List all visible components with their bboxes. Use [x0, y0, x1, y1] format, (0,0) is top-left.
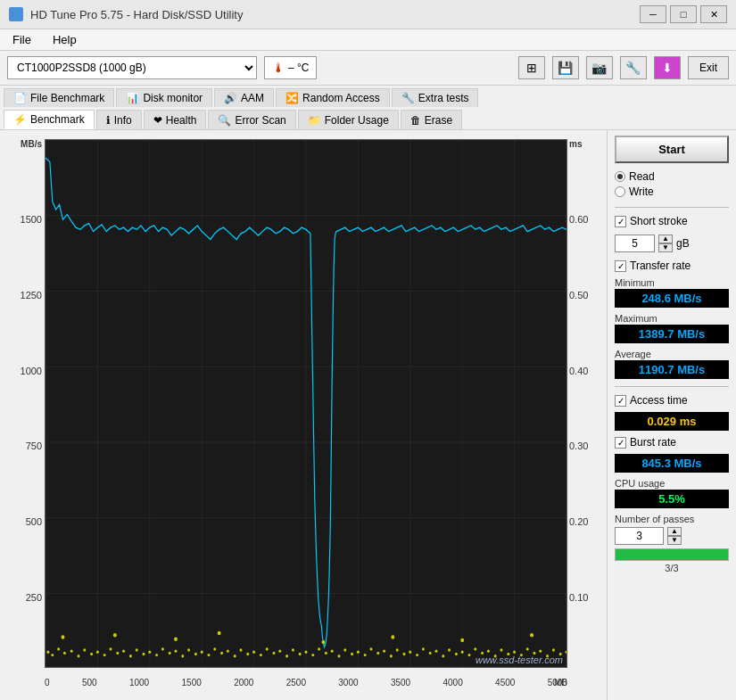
tab-file-benchmark[interactable]: 📄 File Benchmark	[4, 88, 114, 107]
svg-point-58	[299, 653, 302, 655]
read-radio[interactable]: Read	[615, 170, 729, 183]
minimize-button[interactable]: ─	[640, 5, 666, 23]
svg-point-51	[252, 651, 255, 654]
tab-info-label: Info	[114, 114, 132, 127]
svg-point-55	[278, 649, 281, 652]
svg-point-85	[474, 647, 476, 650]
average-section: Average 1190.7 MB/s	[615, 349, 729, 379]
tab-aam[interactable]: 🔊 AAM	[214, 88, 274, 107]
passes-input[interactable]: 3	[615, 527, 664, 545]
svg-point-39	[175, 649, 178, 652]
device-select[interactable]: CT1000P2SSD8 (1000 gB)	[7, 56, 257, 79]
svg-point-42	[194, 653, 197, 655]
short-stroke-up[interactable]: ▲	[658, 235, 673, 243]
svg-point-91	[513, 651, 516, 654]
tab-erase[interactable]: 🗑 Erase	[401, 110, 462, 129]
tab-random-access[interactable]: 🔀 Random Access	[276, 88, 390, 107]
tab-health[interactable]: ❤ Health	[144, 110, 207, 129]
burst-rate-checkbox[interactable]: ✓	[615, 437, 626, 449]
tab-info[interactable]: ℹ Info	[96, 110, 142, 129]
aam-icon: 🔊	[224, 92, 237, 104]
download-button[interactable]: ⬇	[654, 56, 681, 79]
access-time-checkbox[interactable]: ✓	[615, 395, 626, 407]
copy-button[interactable]: ⊞	[518, 56, 545, 79]
x-1500: 1500	[182, 678, 202, 688]
tab-disk-monitor[interactable]: 📊 Disk monitor	[116, 88, 212, 107]
tab-bar-row2: ⚡ Benchmark ℹ Info ❤ Health 🔍 Error Scan…	[0, 107, 736, 130]
svg-point-52	[260, 654, 262, 656]
save-button[interactable]: 💾	[552, 56, 579, 79]
disk-monitor-icon: 📊	[126, 92, 139, 104]
watermark: www.ssd-tester.com	[476, 655, 563, 665]
tab-folder-usage[interactable]: 📁 Folder Usage	[298, 110, 399, 129]
y-left-1000: 1000	[11, 366, 42, 376]
svg-point-70	[376, 652, 379, 655]
maximum-section: Maximum 1389.7 MB/s	[615, 313, 729, 343]
start-button[interactable]: Start	[615, 136, 729, 163]
svg-point-97	[552, 648, 555, 651]
temperature-value: – °C	[288, 62, 309, 74]
y-left-1500: 1500	[11, 214, 42, 225]
svg-point-29	[110, 647, 112, 650]
burst-rate-value: 845.3 MB/s	[615, 454, 729, 473]
minimum-label: Minimum	[615, 277, 729, 288]
svg-point-63	[331, 649, 334, 652]
passes-up[interactable]: ▲	[667, 527, 682, 536]
svg-point-33	[136, 648, 138, 651]
x-2500: 2500	[286, 678, 306, 688]
y-unit-label: MB/s	[11, 139, 42, 149]
camera-button[interactable]: 📷	[586, 56, 613, 79]
x-500: 500	[82, 678, 97, 688]
main-content: MB/s 1500 1250 1000 750 500 250	[0, 130, 736, 700]
tab-benchmark-label: Benchmark	[30, 113, 85, 126]
short-stroke-input[interactable]: 5	[615, 235, 655, 252]
write-radio[interactable]: Write	[615, 185, 729, 198]
progress-label: 3/3	[615, 563, 729, 573]
y-left-500: 500	[11, 516, 42, 527]
y-right-050: 0.50	[569, 290, 594, 301]
tab-health-label: Health	[166, 114, 197, 127]
svg-point-53	[266, 647, 269, 650]
exit-button[interactable]: Exit	[688, 56, 729, 79]
y-right-060: 0.60	[569, 214, 594, 225]
progress-bar-container	[615, 548, 729, 561]
tab-extra-tests[interactable]: 🔧 Extra tests	[392, 88, 479, 107]
svg-point-28	[103, 654, 106, 656]
short-stroke-down[interactable]: ▼	[658, 243, 673, 252]
average-value: 1190.7 MB/s	[615, 360, 729, 379]
svg-point-22	[63, 652, 66, 655]
svg-point-77	[422, 647, 425, 650]
short-stroke-row: ✓ Short stroke	[615, 215, 729, 227]
window-controls: ─ □ ✕	[640, 5, 727, 23]
maximum-label: Maximum	[615, 313, 729, 324]
write-radio-circle	[615, 186, 625, 197]
y-right-040: 0.40	[569, 366, 594, 376]
close-button[interactable]: ✕	[700, 5, 727, 23]
random-access-icon: 🔀	[285, 92, 299, 104]
svg-point-49	[240, 648, 243, 651]
svg-point-25	[83, 648, 86, 651]
error-scan-icon: 🔍	[218, 114, 231, 127]
maximize-button[interactable]: □	[670, 5, 697, 23]
menu-file[interactable]: File	[7, 31, 37, 48]
svg-point-34	[143, 653, 145, 655]
tools-button[interactable]: 🔧	[620, 56, 647, 79]
short-stroke-checkbox[interactable]: ✓	[615, 216, 626, 227]
benchmark-icon: ⚡	[13, 113, 27, 126]
tab-benchmark[interactable]: ⚡ Benchmark	[4, 110, 95, 129]
progress-bar-fill	[616, 549, 728, 560]
x-4500: 4500	[495, 678, 515, 688]
svg-point-95	[539, 649, 542, 652]
menu-help[interactable]: Help	[47, 31, 82, 48]
svg-point-107	[530, 633, 533, 637]
svg-point-87	[487, 649, 490, 652]
passes-spinner-buttons: ▲ ▼	[667, 527, 682, 545]
short-stroke-unit: gB	[676, 237, 690, 250]
burst-rate-row: ✓ Burst rate	[615, 436, 729, 449]
cpu-usage-value: 5.5%	[615, 490, 729, 508]
svg-point-80	[442, 655, 444, 657]
svg-point-20	[51, 654, 54, 656]
tab-error-scan[interactable]: 🔍 Error Scan	[208, 110, 295, 129]
passes-down[interactable]: ▼	[667, 536, 682, 545]
transfer-rate-checkbox[interactable]: ✓	[615, 260, 626, 272]
